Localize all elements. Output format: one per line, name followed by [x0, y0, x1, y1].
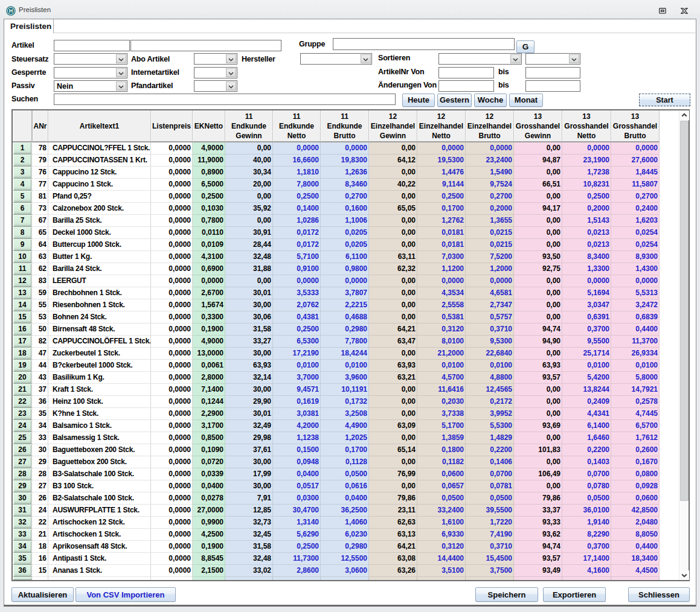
svg-text:H: H	[9, 8, 13, 14]
